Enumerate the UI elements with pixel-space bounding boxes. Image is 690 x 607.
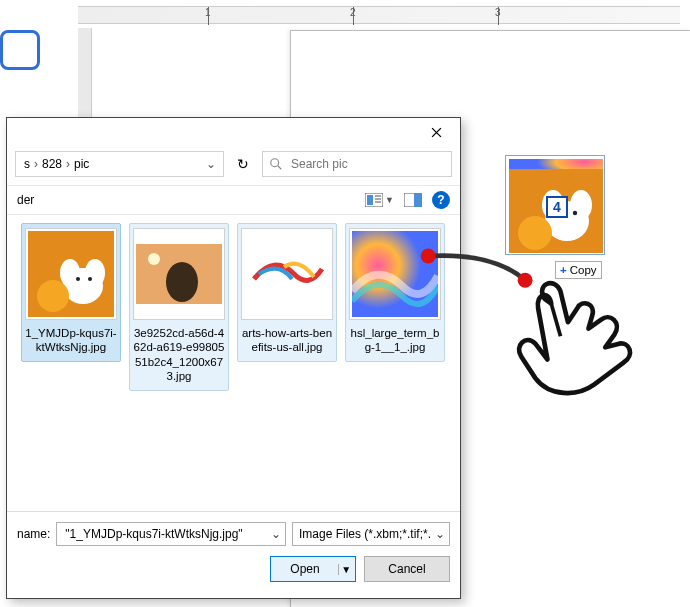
file-name: arts-how-arts-benefits-us-all.jpg — [240, 326, 334, 355]
file-item[interactable]: 1_YMJDp-kqus7i-ktWtksNjg.jpg — [21, 223, 121, 362]
crumb-mid[interactable]: 828 — [40, 157, 64, 171]
svg-point-27 — [573, 211, 577, 215]
chevron-down-icon: ▼ — [385, 195, 394, 205]
drop-action-label: Copy — [570, 264, 597, 276]
breadcrumb-history-icon[interactable]: ⌄ — [205, 157, 217, 171]
crumb-current[interactable]: pic — [72, 157, 91, 171]
file-item[interactable]: hsl_large_term_bg-1__1_.jpg — [345, 223, 445, 362]
toolbar-left-fragment[interactable]: der — [17, 193, 34, 207]
refresh-button[interactable]: ↻ — [228, 151, 258, 177]
svg-line-1 — [278, 166, 282, 170]
svg-point-25 — [570, 190, 592, 220]
file-thumbnail — [241, 228, 333, 320]
open-button[interactable]: Open ▼ — [270, 556, 356, 582]
ruler: 1 2 3 — [78, 6, 680, 24]
drop-action-tooltip: + Copy — [555, 261, 602, 279]
close-button[interactable] — [416, 119, 456, 147]
svg-point-11 — [60, 259, 80, 287]
view-mode-button[interactable]: ▼ — [365, 193, 394, 207]
file-open-dialog: s › 828 › pic ⌄ ↻ der ▼ ? — [6, 117, 461, 599]
selection-handle — [0, 30, 40, 70]
search-input[interactable] — [262, 151, 452, 177]
svg-point-28 — [518, 216, 552, 250]
crumb-sep-icon: › — [32, 157, 40, 171]
svg-point-14 — [88, 277, 92, 281]
chevron-down-icon[interactable]: ⌄ — [435, 527, 445, 541]
file-item[interactable]: arts-how-arts-benefits-us-all.jpg — [237, 223, 337, 362]
plus-icon: + — [560, 264, 567, 276]
svg-point-13 — [76, 277, 80, 281]
crumb-sep-icon: › — [64, 157, 72, 171]
svg-rect-3 — [367, 195, 373, 205]
thumbnails-icon — [365, 193, 383, 207]
open-split-chevron-icon[interactable]: ▼ — [338, 564, 354, 575]
svg-point-0 — [271, 159, 279, 167]
filetype-combo[interactable]: Image Files (*.xbm;*.tif;*.pjp;*.a ⌄ — [292, 522, 450, 546]
svg-point-17 — [148, 253, 160, 265]
file-name: hsl_large_term_bg-1__1_.jpg — [348, 326, 442, 355]
file-thumbnail — [25, 228, 117, 320]
svg-point-15 — [37, 280, 69, 312]
file-list[interactable]: 1_YMJDp-kqus7i-ktWtksNjg.jpg 3e9252cd-a5… — [7, 215, 460, 511]
help-button[interactable]: ? — [432, 191, 450, 209]
cancel-button[interactable]: Cancel — [364, 556, 450, 582]
drag-preview: 4 — [505, 155, 605, 255]
file-item[interactable]: 3e9252cd-a56d-462d-a619-e9980551b2c4_120… — [129, 223, 229, 391]
drag-count-badge: 4 — [546, 196, 568, 218]
preview-pane-button[interactable] — [404, 193, 422, 207]
filetype-value: Image Files (*.xbm;*.tif;*.pjp;*.a — [299, 527, 431, 541]
search-icon — [269, 157, 283, 171]
chevron-down-icon[interactable]: ⌄ — [271, 527, 281, 541]
dialog-titlebar — [7, 118, 460, 147]
file-name: 3e9252cd-a56d-462d-a619-e9980551b2c4_120… — [132, 326, 226, 384]
crumb-parent[interactable]: s — [22, 157, 32, 171]
filename-input[interactable] — [63, 526, 267, 542]
breadcrumb[interactable]: s › 828 › pic ⌄ — [15, 151, 224, 177]
svg-point-18 — [166, 262, 198, 302]
open-button-label: Open — [272, 562, 337, 576]
preview-pane-icon — [404, 193, 422, 207]
svg-rect-8 — [414, 193, 422, 207]
search-field[interactable] — [289, 156, 445, 172]
filename-label: name: — [17, 527, 50, 541]
filename-combo[interactable]: ⌄ — [56, 522, 286, 546]
file-thumbnail — [349, 228, 441, 320]
file-thumbnail — [133, 228, 225, 320]
svg-point-12 — [85, 259, 105, 287]
file-name: 1_YMJDp-kqus7i-ktWtksNjg.jpg — [24, 326, 118, 355]
